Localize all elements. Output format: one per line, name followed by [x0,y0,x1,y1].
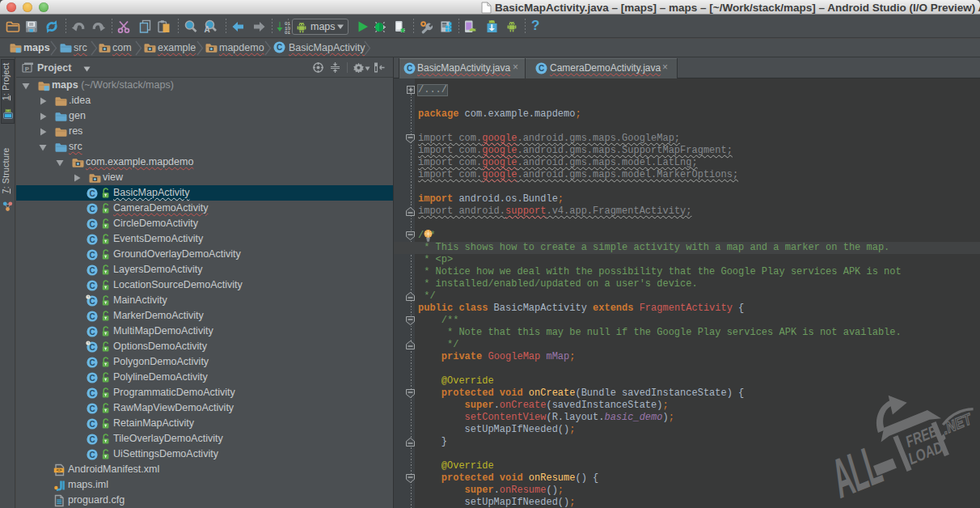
svg-text:<>: <> [56,468,62,473]
svg-text:P: P [25,66,30,73]
svg-text:A: A [204,25,209,34]
svg-text:C: C [89,297,95,306]
svg-text:C: C [539,64,544,73]
svg-text:C: C [407,64,412,73]
svg-text:C: C [89,312,95,321]
svg-text:C: C [89,374,95,383]
svg-text:C: C [89,451,95,459]
svg-text:C: C [89,282,95,290]
svg-text:C: C [89,235,95,244]
svg-text:C: C [89,435,95,444]
svg-text:C: C [89,358,95,367]
svg-text:C: C [89,266,95,275]
svg-text:C: C [89,220,95,229]
svg-text:C: C [277,43,282,52]
svg-text:C: C [89,251,95,260]
svg-text:C: C [89,328,95,337]
svg-text:C: C [89,389,95,398]
svg-text:C: C [89,205,95,214]
svg-text:C: C [89,189,95,198]
svg-text:C: C [89,420,95,429]
svg-text:C: C [89,343,95,352]
svg-text:C: C [89,404,95,413]
